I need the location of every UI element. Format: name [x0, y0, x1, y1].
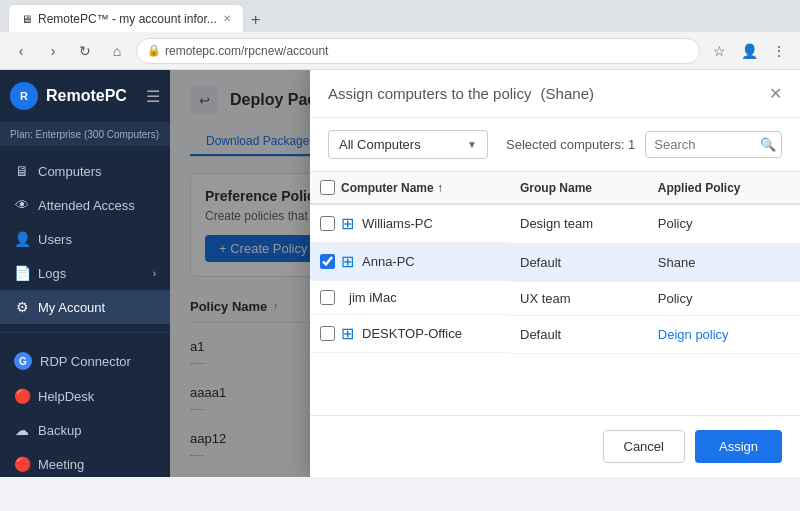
table-row: ⊞ DESKTOP-Office Default Deign policy: [310, 315, 800, 353]
back-nav-button[interactable]: ‹: [8, 38, 34, 64]
users-icon: 👤: [14, 231, 30, 247]
address-bar[interactable]: 🔒 remotepc.com/rpcnew/account: [136, 38, 700, 64]
computer-name-cell: ⊞ Williams-PC: [341, 214, 433, 233]
user-account-button[interactable]: 👤: [736, 38, 762, 64]
table-row: jim iMac UX team Policy: [310, 281, 800, 315]
row-checkbox-anna[interactable]: [320, 254, 335, 269]
applied-policy-cell: Deign policy: [648, 315, 800, 353]
tab-bar: 🖥 RemotePC™ - my account infor... ✕ +: [0, 0, 800, 32]
group-name-cell: Default: [510, 243, 648, 281]
table-body: ⊞ Williams-PC Design team Policy: [310, 204, 800, 353]
group-name: Default: [520, 255, 561, 270]
computer-name: DESKTOP-Office: [362, 326, 462, 341]
new-tab-button[interactable]: +: [244, 8, 268, 32]
group-name: Design team: [520, 216, 593, 231]
group-name: UX team: [520, 291, 571, 306]
modal-toolbar: All Computers ▼ Selected computers: 1 🔍: [310, 118, 800, 172]
bookmark-button[interactable]: ☆: [706, 38, 732, 64]
group-name: Default: [520, 327, 561, 342]
modal-header: Assign computers to the policy (Shane) ✕: [310, 70, 800, 118]
select-all-checkbox[interactable]: [320, 180, 335, 195]
modal-title: Assign computers to the policy (Shane): [328, 85, 594, 102]
row-checkbox-desktop[interactable]: [320, 326, 335, 341]
tab-favicon: 🖥: [21, 13, 32, 25]
modal-title-text: Assign computers to the policy: [328, 85, 531, 102]
sidebar-item-computers[interactable]: 🖥 Computers: [0, 154, 170, 188]
modal-overlay: Assign computers to the policy (Shane) ✕…: [170, 70, 800, 477]
computer-name-cell: ⊞ DESKTOP-Office: [341, 324, 462, 343]
modal-close-button[interactable]: ✕: [769, 84, 782, 103]
th-group-name-text: Group Name: [520, 181, 592, 195]
row-checkbox-cell: ⊞ Williams-PC: [310, 205, 510, 243]
group-name-cell: Design team: [510, 204, 648, 243]
row-checkbox-cell: ⊞ Anna-PC: [310, 243, 510, 281]
main-content: ↩ Deploy Package Download Package Dow...…: [170, 70, 800, 477]
windows-icon: ⊞: [341, 252, 354, 271]
applied-policy-cell: Shane: [648, 243, 800, 281]
row-checkbox-cell: ⊞ DESKTOP-Office: [310, 315, 510, 353]
th-applied-policy-text: Applied Policy: [658, 181, 741, 195]
applied-policy-value: Shane: [658, 255, 696, 270]
th-applied-policy: Applied Policy: [648, 172, 800, 204]
sidebar-item-meeting[interactable]: 🔴 Meeting: [0, 447, 170, 477]
modal-policy-name: (Shane): [541, 85, 594, 102]
backup-icon: ☁: [14, 422, 30, 438]
rdp-connector-icon: G: [14, 352, 32, 370]
sidebar-item-rdp-connector[interactable]: G RDP Connector: [0, 343, 170, 379]
logs-icon: 📄: [14, 265, 30, 281]
sidebar-item-logs[interactable]: 📄 Logs ›: [0, 256, 170, 290]
th-group-name: Group Name: [510, 172, 648, 204]
sidebar-item-label-meeting: Meeting: [38, 457, 84, 472]
sidebar-item-my-account[interactable]: ⚙ My Account: [0, 290, 170, 324]
active-tab[interactable]: 🖥 RemotePC™ - my account infor... ✕: [8, 4, 244, 32]
modal-footer: Cancel Assign: [310, 415, 800, 477]
applied-policy-value: Policy: [658, 216, 693, 231]
cancel-button[interactable]: Cancel: [603, 430, 685, 463]
search-input[interactable]: [654, 137, 754, 152]
plan-bar: Plan: Enterprise (300 Computers): [0, 123, 170, 146]
sidebar-item-backup[interactable]: ☁ Backup: [0, 413, 170, 447]
assign-button[interactable]: Assign: [695, 430, 782, 463]
computer-name-cell: ⊞ Anna-PC: [341, 252, 415, 271]
row-checkbox-jim[interactable]: [320, 290, 335, 305]
row-checkbox-cell: jim iMac: [310, 281, 510, 315]
sidebar-item-helpdesk[interactable]: 🔴 HelpDesk: [0, 379, 170, 413]
sidebar-item-label-logs: Logs: [38, 266, 66, 281]
search-icon: 🔍: [760, 137, 776, 152]
logo-text: RemotePC: [46, 87, 127, 105]
windows-icon: ⊞: [341, 214, 354, 233]
th-computer-name-text: Computer Name ↑: [341, 181, 443, 195]
forward-nav-button[interactable]: ›: [40, 38, 66, 64]
sidebar-item-attended-access[interactable]: 👁 Attended Access: [0, 188, 170, 222]
menu-button[interactable]: ⋮: [766, 38, 792, 64]
browser-toolbar-right: ☆ 👤 ⋮: [706, 38, 792, 64]
tab-title: RemotePC™ - my account infor...: [38, 12, 217, 26]
filter-dropdown[interactable]: All Computers ▼: [328, 130, 488, 159]
selected-computers-count: Selected computers: 1: [506, 137, 635, 152]
logo-icon: R: [10, 82, 38, 110]
sidebar-item-label-users: Users: [38, 232, 72, 247]
home-nav-button[interactable]: ⌂: [104, 38, 130, 64]
tab-close-button[interactable]: ✕: [223, 13, 231, 24]
assign-computers-modal: Assign computers to the policy (Shane) ✕…: [310, 70, 800, 477]
computer-name: Williams-PC: [362, 216, 433, 231]
group-name-cell: Default: [510, 315, 648, 353]
lock-icon: 🔒: [147, 44, 161, 57]
applied-policy-link[interactable]: Deign policy: [658, 327, 729, 342]
attended-access-icon: 👁: [14, 197, 30, 213]
refresh-nav-button[interactable]: ↻: [72, 38, 98, 64]
sidebar-item-label-attended: Attended Access: [38, 198, 135, 213]
row-checkbox-williams[interactable]: [320, 216, 335, 231]
app-container: R RemotePC ☰ Plan: Enterprise (300 Compu…: [0, 70, 800, 477]
meeting-icon: 🔴: [14, 456, 30, 472]
computer-name: jim iMac: [349, 290, 397, 305]
sidebar-item-label-computers: Computers: [38, 164, 102, 179]
hamburger-button[interactable]: ☰: [146, 87, 160, 106]
applied-policy-cell: Policy: [648, 204, 800, 243]
sidebar-item-users[interactable]: 👤 Users: [0, 222, 170, 256]
sidebar-item-label-helpdesk: HelpDesk: [38, 389, 94, 404]
address-bar-row: ‹ › ↻ ⌂ 🔒 remotepc.com/rpcnew/account ☆ …: [0, 32, 800, 70]
search-box: 🔍: [645, 131, 782, 158]
logs-arrow-icon: ›: [153, 268, 156, 279]
sidebar-item-label-rdp: RDP Connector: [40, 354, 131, 369]
